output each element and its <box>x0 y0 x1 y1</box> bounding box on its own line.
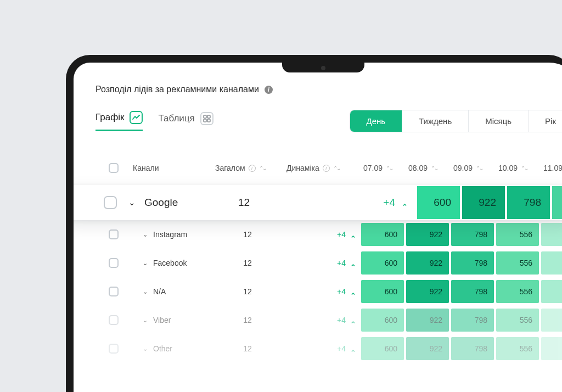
row-checkbox[interactable] <box>104 196 117 209</box>
info-icon[interactable]: i <box>323 165 330 172</box>
table-row[interactable]: ⌄Viber12+4⌃600922798556185130 <box>98 306 562 334</box>
period-day[interactable]: День <box>350 110 402 132</box>
heat-value: 922 <box>430 316 442 324</box>
chevron-down-icon[interactable]: ⌄ <box>143 288 148 295</box>
col-date-2[interactable]: 09.09⌃⌄ <box>450 164 495 172</box>
col-total[interactable]: Загалом i ⌃⌄ <box>212 164 283 172</box>
col-date-4[interactable]: 11.09⌃⌄ <box>540 164 562 172</box>
channel-name: Facebook <box>153 259 187 267</box>
period-week[interactable]: Тиждень <box>402 110 468 132</box>
dynamics-value: +4 <box>383 197 395 209</box>
heat-cell: 922 <box>406 337 449 360</box>
heat-cell: 922 <box>406 223 449 246</box>
heat-value: 600 <box>434 197 451 209</box>
sort-icon: ⌃⌄ <box>521 165 527 171</box>
table-row[interactable]: ⌄Instagram12+4⌃600922798556185130 <box>98 220 562 249</box>
page-title: Розподіл лідів за рекламними каналами <box>95 85 259 94</box>
info-icon[interactable]: i <box>249 165 256 172</box>
date-label: 07.09 <box>363 164 383 172</box>
heat-cell: 556 <box>496 309 539 332</box>
row-checkbox[interactable] <box>109 287 119 296</box>
heat-value: 556 <box>520 344 532 353</box>
period-month[interactable]: Місяць <box>468 110 528 132</box>
chevron-down-icon[interactable]: ⌄ <box>143 317 148 324</box>
table: Канали Загалом i ⌃⌄ Динаміка i ⌃⌄ 07.09⌃… <box>95 163 562 363</box>
total-value: 12 <box>243 230 252 239</box>
dynamics-value: +4 <box>337 316 346 324</box>
tab-table[interactable]: Таблиця <box>158 112 213 131</box>
heat-cell: 600 <box>417 186 460 219</box>
heat-cell: 600 <box>361 223 404 246</box>
sort-icon: ⌃⌄ <box>431 165 437 171</box>
channel-name: Instagram <box>153 230 187 239</box>
total-value: 12 <box>238 197 250 209</box>
chevron-down-icon[interactable]: ⌄ <box>143 231 148 238</box>
sort-icon: ⌃⌄ <box>476 165 482 171</box>
select-all-checkbox[interactable] <box>109 163 119 173</box>
heat-value: 600 <box>385 259 397 267</box>
info-icon[interactable]: i <box>265 86 273 94</box>
row-checkbox[interactable] <box>109 258 119 268</box>
col-total-label: Загалом <box>215 164 245 172</box>
row-checkbox[interactable] <box>109 315 119 325</box>
svg-rect-3 <box>207 119 210 122</box>
heat-cell: 556 <box>496 223 539 246</box>
heat-cell: 798 <box>451 251 494 275</box>
heat-value: 922 <box>430 259 442 267</box>
heat-value: 922 <box>479 197 496 209</box>
heat-cell: 185 <box>541 223 562 246</box>
sort-icon: ⌃⌄ <box>259 165 266 171</box>
heat-value: 600 <box>385 230 397 239</box>
heat-value: 798 <box>524 197 541 209</box>
dynamics-value: +4 <box>337 287 346 296</box>
row-checkbox[interactable] <box>109 229 119 239</box>
heat-cell: 798 <box>451 337 494 360</box>
heat-cell: 556 <box>496 280 539 303</box>
heat-value: 556 <box>520 287 532 296</box>
app-screen: Розподіл лідів за рекламними каналами i … <box>74 63 562 392</box>
view-tabs: Графік Таблиця <box>95 111 213 131</box>
date-label: 11.09 <box>543 164 562 172</box>
heat-value: 922 <box>430 230 442 239</box>
toolbar-row: Графік Таблиця День Тиждень Місяць Рік <box>95 110 562 132</box>
col-channels-label: Канали <box>133 164 159 172</box>
heat-cell: 922 <box>406 309 449 332</box>
device-notch <box>282 61 364 72</box>
heat-cell: 600 <box>361 280 404 303</box>
sort-icon: ⌃⌄ <box>333 165 340 171</box>
heat-value: 922 <box>430 344 442 353</box>
table-row[interactable]: ⌄Facebook12+4⌃600922798556185130 <box>98 249 562 277</box>
grid-icon <box>200 112 213 125</box>
col-date-1[interactable]: 08.09⌃⌄ <box>405 164 450 172</box>
chevron-down-icon[interactable]: ⌄ <box>143 345 148 352</box>
sort-icon: ⌃⌄ <box>386 165 392 171</box>
col-channels[interactable]: Канали <box>130 164 212 172</box>
col-date-0[interactable]: 07.09⌃⌄ <box>360 164 405 172</box>
heat-value: 798 <box>475 344 487 353</box>
heat-cell: 5 <box>552 186 562 219</box>
heat-cell: 798 <box>451 223 494 246</box>
heat-value: 556 <box>520 230 532 239</box>
chevron-down-icon[interactable]: ⌄ <box>128 198 136 208</box>
total-value: 12 <box>243 316 252 324</box>
row-checkbox[interactable] <box>109 344 119 354</box>
heat-cell: 185 <box>541 309 562 332</box>
table-row[interactable]: ⌄N/A12+4⌃600922798556185130 <box>98 277 562 306</box>
col-date-3[interactable]: 10.09⌃⌄ <box>495 164 540 172</box>
svg-rect-0 <box>204 115 206 118</box>
tab-chart-label: Графік <box>95 112 124 123</box>
heat-cell: 798 <box>451 309 494 332</box>
table-row[interactable]: ⌄Other12+4⌃600922798556185130 <box>98 334 562 363</box>
heat-value: 922 <box>430 287 442 296</box>
chevron-down-icon[interactable]: ⌄ <box>143 260 148 267</box>
highlighted-row-google[interactable]: ⌄ Google 12 +4 ⌃ 600 922 798 5 <box>74 185 562 220</box>
total-value: 12 <box>243 287 252 296</box>
heat-cell: 556 <box>496 337 539 360</box>
col-dynamics[interactable]: Динаміка i ⌃⌄ <box>283 164 360 172</box>
tab-chart[interactable]: Графік <box>95 111 143 131</box>
heat-cell: 600 <box>361 337 404 360</box>
heat-cell: 798 <box>451 280 494 303</box>
chart-line-icon <box>130 111 143 124</box>
total-value: 12 <box>243 259 252 267</box>
period-year[interactable]: Рік <box>528 110 562 132</box>
